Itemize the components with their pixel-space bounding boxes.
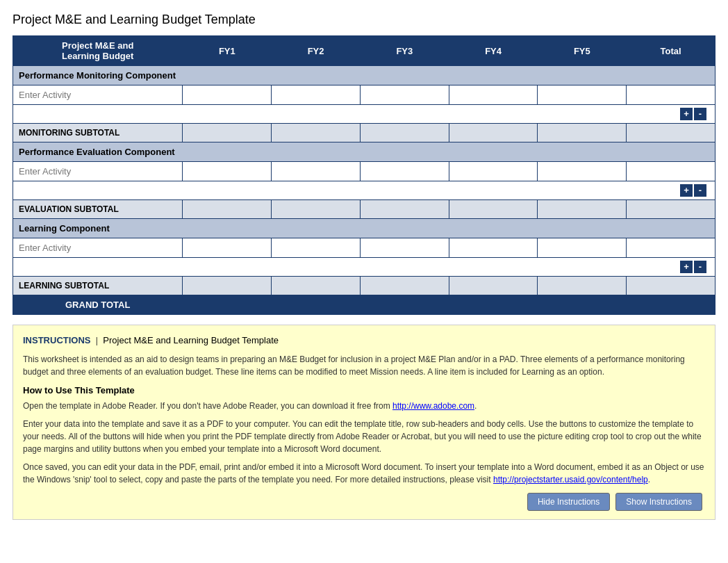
fy4-cell-evaluation[interactable] xyxy=(449,162,538,181)
remove-row-evaluation-button[interactable]: - xyxy=(694,184,706,197)
fy1-cell-monitoring[interactable] xyxy=(183,85,272,105)
total-cell-learning[interactable] xyxy=(627,238,715,258)
budget-table: Project M&E andLearning Budget FY1 FY2 F… xyxy=(13,35,715,315)
header-fy3: FY3 xyxy=(360,36,449,66)
how-to-para1-post: . xyxy=(474,401,477,411)
remove-row-monitoring-button[interactable]: - xyxy=(694,108,706,120)
activity-input-evaluation[interactable] xyxy=(19,166,176,177)
instructions-how-to-para2: Enter your data into the template and sa… xyxy=(23,418,705,455)
fy1-input-evaluation[interactable] xyxy=(188,166,265,177)
grand-total-fy3 xyxy=(360,295,449,315)
total-input-evaluation[interactable] xyxy=(632,166,709,177)
how-to-para3-post: . xyxy=(648,475,650,484)
subtotal-fy5-evaluation xyxy=(538,200,627,219)
subtotal-total-monitoring xyxy=(627,124,715,142)
subtotal-fy4-monitoring xyxy=(449,124,538,142)
grand-total-fy1 xyxy=(183,295,272,315)
section-label-evaluation: Performance Evaluation Component xyxy=(13,142,715,162)
fy3-input-evaluation[interactable] xyxy=(366,166,443,177)
activity-cell-evaluation[interactable] xyxy=(13,162,183,181)
fy3-input-monitoring[interactable] xyxy=(366,90,443,100)
fy4-input-monitoring[interactable] xyxy=(455,90,532,100)
total-input-monitoring[interactable] xyxy=(632,90,709,100)
subtotal-fy5-monitoring xyxy=(538,124,627,142)
add-row-monitoring-button[interactable]: + xyxy=(680,108,693,120)
remove-row-learning-button[interactable]: - xyxy=(694,261,706,273)
subtotal-fy2-evaluation xyxy=(272,200,361,219)
fy5-input-learning[interactable] xyxy=(543,243,620,253)
instructions-box: INSTRUCTIONS | Project M&E and Learning … xyxy=(13,325,715,520)
add-row-evaluation-button[interactable]: + xyxy=(680,184,693,197)
instructions-how-to-para1: Open the template in Adobe Reader. If yo… xyxy=(23,400,705,412)
instructions-subtitle: Project M&E and Learning Budget Template xyxy=(103,335,279,345)
grand-total-fy4 xyxy=(449,295,538,315)
fy2-input-evaluation[interactable] xyxy=(277,166,354,177)
activity-row-evaluation xyxy=(13,162,715,181)
subtotal-fy3-learning xyxy=(360,277,449,295)
add-row-learning-button[interactable]: + xyxy=(680,261,693,273)
usaid-link[interactable]: http://projectstarter.usaid.gov/content/… xyxy=(493,475,648,484)
button-row: Hide Instructions Show Instructions xyxy=(23,493,705,511)
activity-input-monitoring[interactable] xyxy=(19,90,176,100)
add-remove-row-learning: + - xyxy=(13,258,715,277)
activity-cell-learning[interactable] xyxy=(13,238,183,258)
fy5-cell-learning[interactable] xyxy=(538,238,627,258)
how-to-title: How to Use This Template xyxy=(23,384,705,398)
activity-row-monitoring xyxy=(13,85,715,105)
hide-instructions-button[interactable]: Hide Instructions xyxy=(527,493,610,511)
add-remove-cell-monitoring: + - xyxy=(13,105,715,124)
add-remove-row-evaluation: + - xyxy=(13,181,715,200)
section-header-monitoring: Performance Monitoring Component xyxy=(13,66,715,85)
subtotal-fy3-evaluation xyxy=(360,200,449,219)
subtotal-fy2-learning xyxy=(272,277,361,295)
fy4-input-learning[interactable] xyxy=(455,243,532,253)
instructions-label: INSTRUCTIONS xyxy=(23,335,91,345)
subtotal-fy1-evaluation xyxy=(183,200,272,219)
fy1-cell-evaluation[interactable] xyxy=(183,162,272,181)
fy1-input-learning[interactable] xyxy=(188,243,265,253)
page-title: Project M&E and Learning Budget Template xyxy=(13,13,715,27)
subtotal-total-evaluation xyxy=(627,200,715,219)
fy5-cell-evaluation[interactable] xyxy=(538,162,627,181)
instructions-title-row: INSTRUCTIONS | Project M&E and Learning … xyxy=(23,334,705,348)
add-remove-cell-evaluation: + - xyxy=(13,181,715,200)
total-input-learning[interactable] xyxy=(632,243,709,253)
grand-total-label: GRAND TOTAL xyxy=(13,295,183,315)
fy5-input-evaluation[interactable] xyxy=(543,166,620,177)
header-fy2: FY2 xyxy=(272,36,361,66)
total-cell-evaluation[interactable] xyxy=(627,162,715,181)
add-remove-row-monitoring: + - xyxy=(13,105,715,124)
subtotal-fy4-learning xyxy=(449,277,538,295)
total-cell-monitoring[interactable] xyxy=(627,85,715,105)
subtotal-row-monitoring: MONITORING SUBTOTAL xyxy=(13,124,715,142)
instructions-pipe: | xyxy=(96,336,98,345)
adobe-link[interactable]: http://www.adobe.com xyxy=(392,401,474,411)
fy5-input-monitoring[interactable] xyxy=(543,90,620,100)
fy1-cell-learning[interactable] xyxy=(183,238,272,258)
subtotal-label-evaluation: EVALUATION SUBTOTAL xyxy=(13,200,183,219)
fy4-cell-monitoring[interactable] xyxy=(449,85,538,105)
fy4-cell-learning[interactable] xyxy=(449,238,538,258)
fy3-cell-evaluation[interactable] xyxy=(360,162,449,181)
how-to-para1-pre: Open the template in Adobe Reader. If yo… xyxy=(23,401,392,411)
activity-row-learning xyxy=(13,238,715,258)
activity-input-learning[interactable] xyxy=(19,243,176,253)
page-container: Project M&E and Learning Budget Template… xyxy=(0,0,728,527)
fy2-input-monitoring[interactable] xyxy=(277,90,354,100)
fy2-cell-monitoring[interactable] xyxy=(272,85,361,105)
activity-cell-monitoring[interactable] xyxy=(13,85,183,105)
fy2-input-learning[interactable] xyxy=(277,243,354,253)
section-header-evaluation: Performance Evaluation Component xyxy=(13,142,715,162)
fy4-input-evaluation[interactable] xyxy=(455,166,532,177)
fy1-input-monitoring[interactable] xyxy=(188,90,265,100)
fy3-cell-monitoring[interactable] xyxy=(360,85,449,105)
fy3-input-learning[interactable] xyxy=(366,243,443,253)
section-label-learning: Learning Component xyxy=(13,219,715,238)
section-header-learning: Learning Component xyxy=(13,219,715,238)
show-instructions-button[interactable]: Show Instructions xyxy=(615,493,702,511)
fy5-cell-monitoring[interactable] xyxy=(538,85,627,105)
fy2-cell-evaluation[interactable] xyxy=(272,162,361,181)
grand-total-total xyxy=(627,295,715,315)
fy2-cell-learning[interactable] xyxy=(272,238,361,258)
fy3-cell-learning[interactable] xyxy=(360,238,449,258)
